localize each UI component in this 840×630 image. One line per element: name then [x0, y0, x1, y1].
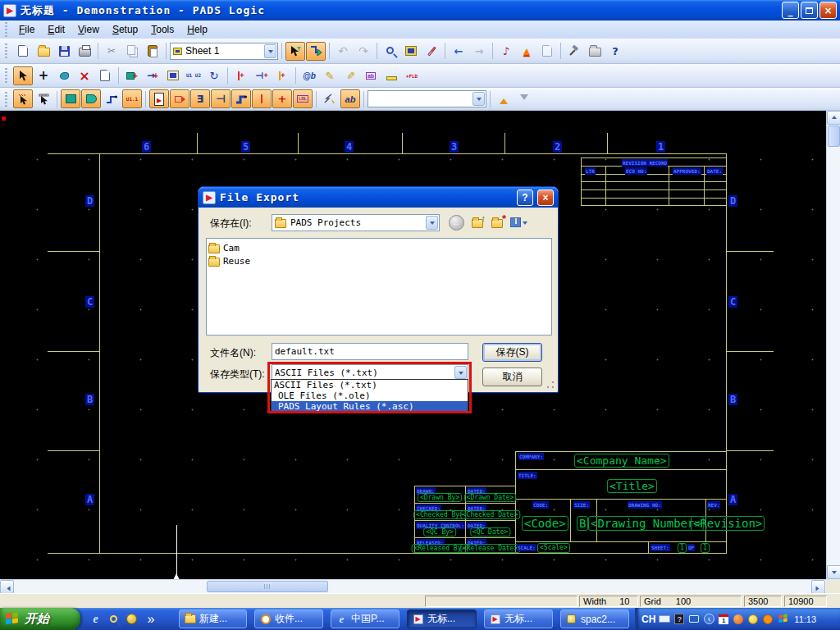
- save-confirm-button[interactable]: 保存(S): [482, 343, 542, 362]
- task-button-inbox[interactable]: 收件...: [254, 609, 323, 628]
- clock[interactable]: 11:13: [794, 614, 816, 624]
- power-button[interactable]: Ǝ: [190, 89, 210, 108]
- filetype-combo[interactable]: ASCII Files (*.txt): [272, 364, 468, 381]
- offpage-button[interactable]: ▶: [149, 89, 169, 108]
- help-button[interactable]: ?: [605, 42, 625, 61]
- scroll-down-arrow[interactable]: [827, 565, 840, 579]
- library-button[interactable]: [163, 66, 183, 85]
- dropdown-option[interactable]: OLE Files (*.ole): [272, 390, 468, 401]
- scroll-left-arrow[interactable]: [0, 580, 14, 594]
- query-button[interactable]: [95, 66, 115, 85]
- close-button[interactable]: ×: [819, 2, 837, 19]
- vertical-scroll-thumb[interactable]: [828, 126, 840, 147]
- zoom-button[interactable]: [381, 42, 400, 61]
- edit-text-button[interactable]: ✎: [320, 66, 340, 85]
- toolbar-grip[interactable]: [5, 22, 7, 37]
- dialog-titlebar[interactable]: ▶ File Export ? ×: [199, 187, 558, 208]
- add-stub-button[interactable]: +: [231, 66, 251, 85]
- collapse-tray-icon[interactable]: ‹: [703, 614, 714, 625]
- maximize-button[interactable]: [801, 2, 818, 19]
- resize-grip[interactable]: [546, 380, 555, 390]
- dialog-help-button[interactable]: ?: [517, 189, 533, 206]
- add-part-tool-button[interactable]: [61, 89, 80, 108]
- net-names-button[interactable]: ♪: [496, 42, 516, 61]
- menu-help[interactable]: Help: [180, 21, 214, 38]
- task-button-explorer[interactable]: 新建...: [179, 609, 247, 628]
- menu-edit[interactable]: Edit: [41, 21, 71, 38]
- horizontal-scrollbar[interactable]: [0, 579, 826, 593]
- redraw-button[interactable]: [422, 42, 441, 61]
- keyboard-icon[interactable]: [659, 614, 670, 625]
- file-list[interactable]: Cam Reuse: [206, 238, 552, 336]
- add-connection-button[interactable]: →+: [143, 66, 162, 85]
- ime-help-icon[interactable]: ?: [673, 614, 685, 625]
- copy-button[interactable]: [122, 42, 142, 61]
- split-bus-button[interactable]: +: [272, 89, 292, 108]
- dropdown-button[interactable]: [472, 92, 485, 106]
- text-box-button[interactable]: ab: [361, 66, 381, 85]
- cancel-button[interactable]: 取消: [482, 368, 542, 386]
- save-button[interactable]: [54, 42, 74, 61]
- ground-button[interactable]: ⊣: [211, 89, 231, 108]
- extend-bus-button[interactable]: [252, 89, 272, 108]
- sheet-selector[interactable]: Sheet 1: [170, 43, 278, 60]
- select-button[interactable]: [13, 66, 33, 85]
- measure-button[interactable]: [381, 66, 401, 85]
- dialog-close-button[interactable]: ×: [537, 189, 554, 206]
- add-gate-button[interactable]: [81, 89, 101, 108]
- toolbar-grip[interactable]: [5, 92, 7, 107]
- view-menu-button[interactable]: [508, 213, 529, 231]
- language-indicator[interactable]: CH: [641, 614, 655, 625]
- connection-mode-button[interactable]: [306, 42, 326, 61]
- swap-gate-button[interactable]: ↻: [204, 66, 224, 85]
- messenger-tray-icon[interactable]: [747, 614, 759, 625]
- split-connection-button[interactable]: ⊣+: [252, 66, 272, 85]
- calendar-tray-icon[interactable]: 1: [718, 614, 729, 625]
- dropdown-button[interactable]: [454, 366, 467, 379]
- task-button-pads[interactable]: ▶ 无标...: [484, 609, 553, 628]
- dropdown-option-selected[interactable]: PADS Layout Rules (*.asc): [272, 401, 468, 412]
- swap-reference-button[interactable]: U1 U2: [184, 66, 203, 85]
- select-gates-button[interactable]: [13, 89, 33, 108]
- menu-view[interactable]: View: [71, 21, 106, 38]
- paste-button[interactable]: [143, 42, 162, 61]
- toolbar-grip[interactable]: [5, 43, 7, 58]
- drag-button[interactable]: [54, 66, 74, 85]
- cut-button[interactable]: ✂: [102, 42, 121, 61]
- vertical-scrollbar[interactable]: [826, 111, 840, 579]
- horizontal-scroll-thumb[interactable]: [207, 581, 328, 592]
- menu-setup[interactable]: Setup: [106, 21, 144, 38]
- display-icon[interactable]: [688, 614, 700, 625]
- task-button-browser[interactable]: e 中国P...: [331, 609, 399, 628]
- alarm-tray-icon[interactable]: [762, 614, 774, 625]
- next-sheet-button[interactable]: →: [469, 42, 489, 61]
- dropdown-option[interactable]: ASCII Files (*.txt): [272, 380, 468, 390]
- window-titlebar[interactable]: ▶ 无标题 - Demonstration - PADS Logic _ ×: [0, 0, 840, 21]
- up-one-level-button[interactable]: ↑: [468, 213, 486, 231]
- ball-tray-icon[interactable]: [733, 614, 744, 625]
- undo-button[interactable]: ↶: [333, 42, 353, 61]
- save-in-combo[interactable]: PADS Projects: [272, 214, 440, 231]
- back-button[interactable]: ←: [447, 213, 465, 231]
- scroll-down-button[interactable]: [514, 89, 534, 108]
- move-button[interactable]: +: [34, 66, 53, 85]
- selection-filter-button[interactable]: [285, 42, 305, 61]
- quicklaunch-overflow[interactable]: »: [146, 612, 156, 626]
- board-view-button[interactable]: [401, 42, 421, 61]
- filename-input[interactable]: [272, 343, 468, 360]
- quicklaunch-search[interactable]: [107, 612, 121, 626]
- menu-tools[interactable]: Tools: [144, 21, 180, 38]
- open-button[interactable]: [34, 42, 53, 61]
- task-button-pads-active[interactable]: ▶ 无标...: [407, 609, 477, 628]
- windows-tray-icon[interactable]: [777, 614, 788, 625]
- tools-button[interactable]: [564, 42, 584, 61]
- bus-name-button[interactable]: LBL: [293, 89, 313, 108]
- field-button[interactable]: +FLD: [402, 66, 422, 85]
- dropdown-button[interactable]: [264, 44, 276, 58]
- delete-button[interactable]: ×: [75, 66, 94, 85]
- previous-sheet-button[interactable]: ←: [449, 42, 468, 61]
- new-button[interactable]: [13, 42, 33, 61]
- change-pin-button[interactable]: U1.1: [122, 89, 142, 108]
- archive-button[interactable]: [585, 42, 605, 61]
- eco-mode-button[interactable]: ▲: [517, 42, 536, 61]
